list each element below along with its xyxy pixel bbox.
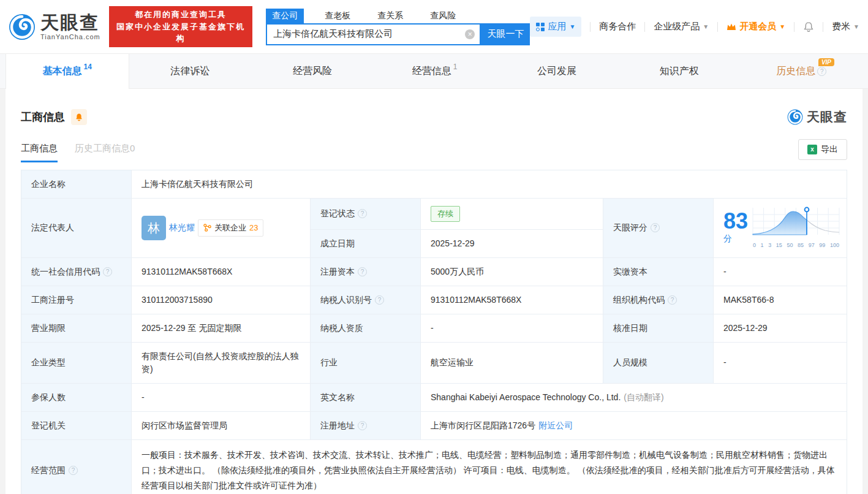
divider [794,22,794,32]
apps-grid-icon [536,23,545,31]
field-label-text: 纳税人识别号 [320,294,372,306]
industry-value: 航空运输业 [421,343,603,384]
tab-basic-info[interactable]: 基本信息 14 [6,54,129,89]
related-companies-badge[interactable]: 关联企业 23 [198,219,263,237]
auto-translate-note: (自动翻译) [624,391,663,404]
search-area: 查公司 查老板 查关系 查风险 × 天眼一下 [266,9,530,45]
field-label-text: 组织机构代码 [613,294,665,306]
tab-operation-info[interactable]: 经营信息 1 [374,54,496,88]
tab-company-development[interactable]: 公司发展 [496,54,618,88]
help-icon[interactable]: ? [817,67,826,76]
status-badge: 存续 [431,206,460,222]
field-label: 纳税人资质 [311,314,421,343]
nav-vip[interactable]: 开通会员 ▼ [726,21,785,32]
score-distribution-chart: 0131550859799100 [752,207,840,250]
status-date-subtable: 登记状态 ? 存续 成立日期 2025-12-29 [311,199,603,258]
field-label: 实缴资本 [603,258,714,286]
search-button[interactable]: 天眼一下 [481,23,530,45]
tab-label: 经营信息 [412,65,451,78]
tianyancha-logo-icon [787,109,803,125]
tab-legal-litigation[interactable]: 法律诉讼 [129,54,252,88]
business-info-table: 企业名称 上海卡倍亿航天科技有限公司 法定代表人 林 林光耀 关联企业 23 登… [21,170,847,494]
help-icon[interactable]: ? [358,421,367,430]
help-icon[interactable]: ? [651,223,660,232]
chevron-down-icon: ▼ [779,23,785,30]
help-icon[interactable]: ? [358,209,367,218]
field-label: 经营范围 ? [21,440,132,494]
nav-cooperation-label: 商务合作 [599,21,636,32]
help-icon[interactable]: ? [103,267,112,276]
field-label: 注册资本 ? [311,258,421,286]
staff-size-value: - [714,343,847,384]
english-name-text: Shanghai Kabeiyi Aerospace Technology Co… [431,391,621,404]
nav-cooperation[interactable]: 商务合作 [599,21,636,32]
watermark-logo: 天眼查 [787,108,847,126]
search-input[interactable] [273,29,465,39]
field-label: 天眼评分 ? [603,199,714,258]
nearby-companies-link[interactable]: 附近公司 [538,419,573,432]
nav-enterprise[interactable]: 企业级产品 ▼ [654,21,709,32]
tab-count: 14 [84,63,92,71]
tab-count: 1 [453,63,458,71]
clear-search-icon[interactable]: × [465,29,475,39]
address-text: 上海市闵行区昆阳路1726号 [431,419,535,432]
field-label-text: 登记状态 [320,207,355,220]
tab-label: 经营风险 [293,65,332,78]
help-icon[interactable]: ? [375,295,384,305]
nav-apps[interactable]: 应用 ▼ [530,17,581,37]
field-label-text: 注册资本 [320,265,355,278]
help-icon[interactable]: ? [358,267,367,276]
slogan-line1: 都在用的商业查询工具 [115,9,247,21]
chevron-down-icon: ▼ [703,23,709,30]
chevron-down-icon: ▼ [569,23,575,30]
field-label: 企业类型 [21,343,132,384]
tab-label: 法律诉讼 [170,65,209,78]
legal-rep-link[interactable]: 林光耀 [169,221,195,234]
subtab-current-info[interactable]: 工商信息 [21,143,58,162]
search-tab-relation[interactable]: 查关系 [371,9,409,23]
field-label: 营业期限 [21,314,132,343]
org-code-value: MAK58T66-8 [714,286,847,314]
search-tabs: 查公司 查老板 查关系 查风险 [266,9,530,23]
search-tab-boss[interactable]: 查老板 [319,9,357,23]
subtab-history-info[interactable]: 历史工商信息0 [75,143,135,162]
field-label: 登记状态 ? [311,199,421,230]
related-companies-label: 关联企业 [214,222,246,234]
tianyancha-logo[interactable]: 天眼查 TianYanCha.com [9,13,100,40]
divider [644,22,645,32]
field-label: 参保人数 [21,384,132,412]
field-label-text: 经营范围 [31,464,66,477]
establish-date-value: 2025-12-29 [421,230,603,257]
approval-date-value: 2025-12-29 [714,314,847,343]
tianyancha-logo-icon [9,13,36,40]
watermark-text: 天眼查 [807,108,847,126]
field-label: 工商注册号 [21,286,132,314]
help-icon[interactable]: ? [668,295,677,305]
excel-icon: x [807,145,817,154]
notifications-button[interactable] [803,21,814,32]
bell-icon [75,113,83,122]
tab-history-info[interactable]: VIP 历史信息 ? [740,54,862,88]
nav-apps-label: 应用 [548,21,566,32]
score-number: 83 [723,208,748,234]
tab-intellectual-property[interactable]: 知识产权 [618,54,741,88]
divider [717,22,718,32]
crown-icon [726,23,736,31]
nav-enterprise-label: 企业级产品 [654,21,700,32]
reg-authority-value: 闵行区市场监督管理局 [132,412,311,440]
section-title: 工商信息 [21,110,65,124]
avatar[interactable]: 林 [142,216,166,240]
export-button[interactable]: x 导出 [798,139,847,160]
tab-operation-risk[interactable]: 经营风险 [251,54,374,88]
field-label: 法定代表人 [21,199,132,258]
monitor-bell-button[interactable] [71,109,87,125]
field-label: 人员规模 [603,343,714,384]
field-label: 成立日期 [311,230,421,257]
user-menu[interactable]: 费米 ▼ [832,21,859,32]
search-tab-company[interactable]: 查公司 [266,9,304,23]
related-companies-count: 23 [249,222,258,234]
field-label: 登记机关 [21,412,132,440]
search-tab-risk[interactable]: 查风险 [424,9,462,23]
field-label: 组织机构代码 ? [603,286,714,314]
help-icon[interactable]: ? [69,466,78,475]
